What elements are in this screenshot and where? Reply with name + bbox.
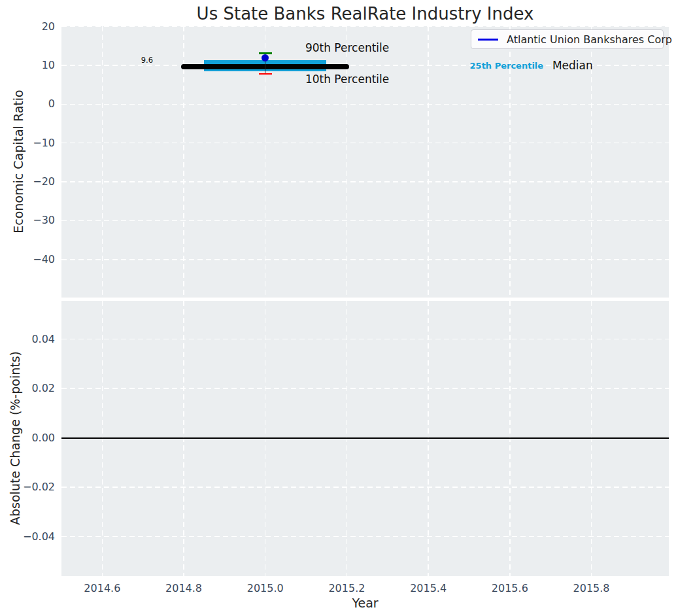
y-tick-label: −40 [0,252,55,267]
bottom-axes-panel [61,301,669,576]
x-tick-label: 2014.6 [73,582,131,594]
x-tick-label: 2015.4 [399,582,458,594]
x-axis-label: Year [61,596,669,610]
top-axes-panel [61,26,669,298]
y-tick-label: 20 [0,20,55,34]
x-tick-label: 2015.0 [236,582,295,594]
y-tick-label: −10 [0,136,55,150]
x-tick-label: 2014.8 [154,582,213,594]
x-tick-label: 2015.2 [317,582,376,594]
legend-line-sample [478,39,498,41]
y-tick-label: −20 [0,175,55,189]
y-tick-label: 10 [0,58,55,73]
chart-title: Us State Banks RealRate Industry Index [61,4,669,24]
figure: Us State Banks RealRate Industry Index 2… [0,0,676,616]
y-tick-label: −30 [0,213,55,228]
y-tick-label: 0 [0,97,55,111]
legend[interactable]: Atlantic Union Bankshares Corp [471,29,664,49]
bottom-y-axis-label: Absolute Change (%-points) [7,301,24,575]
legend-series-label: Atlantic Union Bankshares Corp [507,33,672,46]
top-y-axis-label: Economic Capital Ratio [10,24,27,299]
x-tick-label: 2015.6 [481,582,539,594]
x-tick-label: 2015.8 [562,582,621,594]
